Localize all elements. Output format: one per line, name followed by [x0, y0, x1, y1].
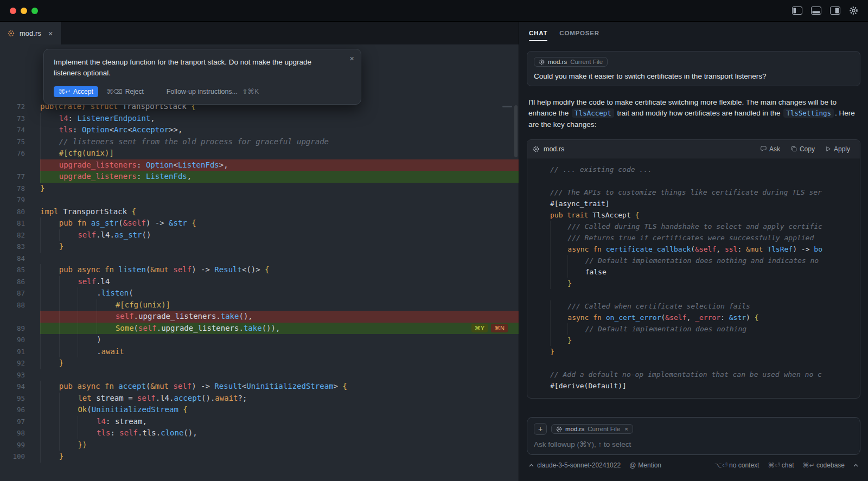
- chat-tabbar: CHAT COMPOSER: [519, 22, 868, 44]
- code-line: 93: [0, 369, 519, 381]
- code-line: 85 pub async fn listen(&mut self) -> Res…: [0, 264, 519, 276]
- line-number: 90: [0, 334, 25, 346]
- chat-bubble-icon: [761, 146, 767, 152]
- code-line: 90 ): [0, 334, 519, 346]
- shortcut-hint-no-context[interactable]: ⌥⏎ no context: [714, 461, 760, 469]
- apply-label: Apply: [834, 145, 850, 153]
- code-line: 100 }: [0, 451, 519, 463]
- copy-icon: [791, 146, 797, 152]
- code-line: 74 tls: Option<Arc<Acceptor>>,: [0, 124, 519, 136]
- code-editor[interactable]: × Implement the cleanup function for the…: [0, 44, 519, 481]
- shortcut-hint-chat[interactable]: ⌘⏎ chat: [768, 461, 794, 469]
- code-line: #[async_trait]: [535, 198, 852, 209]
- line-number: 75: [0, 136, 25, 148]
- popup-close-icon[interactable]: ×: [349, 54, 354, 63]
- code-line: /// Called when certificate selection fa…: [535, 300, 852, 312]
- chat-messages: mod.rs Current File Could you make it ea…: [519, 44, 868, 412]
- tab-close-icon[interactable]: ×: [48, 29, 53, 38]
- editor-tabbar: mod.rs ×: [0, 22, 519, 44]
- line-number: [0, 159, 25, 171]
- context-file-chip[interactable]: mod.rs Current File: [534, 57, 608, 67]
- accept-diff-badge[interactable]: ⌘Y: [471, 324, 488, 332]
- code-line: self.upgrade_listeners.take(),: [0, 311, 519, 323]
- shortcut-hint-codebase[interactable]: ⌘↵ codebase: [803, 461, 845, 469]
- line-number: 97: [0, 416, 25, 428]
- model-selector[interactable]: claude-3-5-sonnet-20241022: [529, 461, 621, 469]
- line-number: 84: [0, 253, 25, 265]
- editor-pane: mod.rs × × Implement the cleanup functio…: [0, 22, 519, 481]
- chip-tag: Current File: [588, 426, 620, 432]
- chat-input-box[interactable]: + mod.rs Current File ×: [527, 417, 860, 455]
- titlebar: [0, 0, 868, 22]
- reject-label: Reject: [125, 88, 144, 95]
- toggle-left-panel-icon[interactable]: [792, 7, 802, 15]
- model-name: claude-3-5-sonnet-20241022: [537, 461, 621, 469]
- code-line: /// Returns true if certificates were su…: [535, 232, 852, 243]
- line-number: 87: [0, 287, 25, 299]
- line-number: [0, 311, 25, 323]
- code-line: pub trait TlsAccept {: [535, 209, 852, 221]
- code-line: async fn on_cert_error(&self, _error: &s…: [535, 312, 852, 323]
- ask-button[interactable]: Ask: [756, 143, 784, 155]
- mention-button[interactable]: @ Mention: [629, 461, 661, 469]
- code-line: [535, 175, 852, 187]
- code-line: 75 // listeners sent from the old proces…: [0, 136, 519, 148]
- close-window-button[interactable]: [10, 8, 16, 14]
- apply-button[interactable]: Apply: [821, 143, 854, 155]
- chat-composer: + mod.rs Current File ×: [519, 412, 868, 481]
- tab-mod-rs[interactable]: mod.rs ×: [0, 22, 61, 44]
- followup-input[interactable]: [534, 440, 853, 448]
- code-line: /// Called during TLS handshake to selec…: [535, 221, 852, 232]
- add-context-button[interactable]: +: [534, 423, 547, 435]
- copy-label: Copy: [800, 145, 815, 153]
- chip-filename: mod.rs: [565, 426, 584, 432]
- line-number: 91: [0, 346, 25, 358]
- accept-kbd: ⌘↵: [59, 88, 71, 95]
- chat-pane: CHAT COMPOSER mod.rs Current File Could …: [519, 22, 868, 481]
- code-line: 95 let stream = self.l4.accept().await?;: [0, 393, 519, 405]
- code-line: 98 tls: self.tls.clone(),: [0, 427, 519, 439]
- code-line: // ... existing code ...: [535, 164, 852, 175]
- code-line: }: [535, 335, 852, 346]
- code-line: /// The APIs to customize things like ce…: [535, 187, 852, 198]
- copy-button[interactable]: Copy: [787, 143, 819, 155]
- code-line: 99 }): [0, 439, 519, 451]
- tab-composer[interactable]: COMPOSER: [559, 22, 599, 44]
- code-line: 89 Some(self.upgrade_listeners.take()),⌘…: [0, 323, 519, 335]
- line-number: 78: [0, 183, 25, 195]
- diff-action-badges[interactable]: ⌘Y⌘N: [471, 324, 508, 332]
- line-number: 74: [0, 124, 25, 136]
- code-line: 94 pub async fn accept(&mut self) -> Res…: [0, 381, 519, 393]
- chip-remove-icon[interactable]: ×: [624, 426, 628, 432]
- code-line: 86 self.l4: [0, 276, 519, 288]
- zoom-window-button[interactable]: [31, 8, 38, 14]
- followup-instructions-field[interactable]: Follow-up instructions... ⇧⌘K: [167, 87, 259, 95]
- line-number: 99: [0, 439, 25, 451]
- line-number: 94: [0, 381, 25, 393]
- code-line: 76 #[cfg(unix)]: [0, 147, 519, 159]
- settings-gear-icon[interactable]: [849, 6, 858, 15]
- toggle-right-panel-icon[interactable]: [830, 7, 840, 15]
- context-file-chip[interactable]: mod.rs Current File ×: [551, 424, 633, 434]
- line-number: 81: [0, 217, 25, 229]
- rust-file-icon: [8, 30, 15, 37]
- reject-button[interactable]: ⌘⌫ Reject: [107, 88, 144, 95]
- code-line: 87 .listen(: [0, 287, 519, 299]
- code-line: 83 }: [0, 241, 519, 253]
- code-line: // Default implementation does nothing a…: [535, 255, 852, 266]
- inline-code: TlsAccept: [572, 108, 614, 118]
- ask-label: Ask: [769, 145, 780, 153]
- followup-label: Follow-up instructions...: [167, 88, 238, 95]
- toggle-bottom-panel-icon[interactable]: [811, 7, 821, 15]
- line-number: 76: [0, 147, 25, 159]
- chevron-up-icon: [853, 464, 858, 467]
- code-block-filename: mod.rs: [544, 145, 564, 153]
- tab-chat[interactable]: CHAT: [529, 22, 547, 44]
- shortcut-hints: ⌥⏎ no context⌘⏎ chat⌘↵ codebase: [714, 461, 845, 469]
- reject-diff-badge[interactable]: ⌘N: [491, 324, 508, 332]
- followup-kbd: ⇧⌘K: [242, 87, 259, 95]
- code-line: 92 }: [0, 357, 519, 369]
- accept-button[interactable]: ⌘↵ Accept: [54, 86, 98, 97]
- minimize-window-button[interactable]: [21, 8, 27, 14]
- code-lines: 72pub(crate) struct TransportStack {73 l…: [0, 44, 519, 463]
